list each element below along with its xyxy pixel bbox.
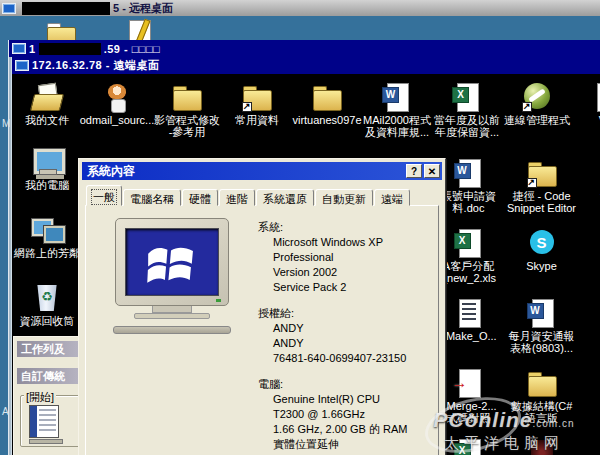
excel-icon	[452, 437, 486, 455]
desktop-icon-label: nMerge-2... 式碼對照	[440, 400, 496, 424]
desktop-icon[interactable]: 影管程式修改 -參考用	[152, 81, 222, 138]
folder-icon	[525, 367, 559, 399]
tab[interactable]: 電腦名稱	[123, 189, 181, 206]
rdp-window-1-title-suffix: .59 - □□□□	[104, 43, 161, 55]
desktop-icon-row: 我的文件 odmail_sourc... 影管程式修改 -參考用 常用資料 vi…	[12, 81, 600, 138]
network-icon	[30, 214, 64, 246]
registered-line: ANDY	[258, 336, 446, 351]
shortcut-arrow-icon	[527, 178, 537, 188]
power-led	[216, 299, 221, 302]
system-line: Professional	[258, 250, 446, 265]
desktop-icon-label: Skype	[526, 260, 557, 272]
dialog-titlebar[interactable]: 系統內容 ? ✕	[82, 162, 442, 180]
taskbar-dialog-titlebar[interactable]: 工作列及	[17, 341, 80, 357]
desktop-icon[interactable]: 每月資安通報 表格(9803)...	[505, 297, 578, 367]
tab[interactable]: 進階	[219, 189, 255, 206]
desktop-icon-label: 我的電腦	[25, 179, 69, 191]
censor-bar	[22, 2, 110, 15]
rdp-window-2-title: 172.16.32.78 - 遠端桌面	[32, 58, 160, 73]
keyboard-graphic	[113, 326, 231, 334]
folder-icon	[170, 81, 204, 113]
desktop-icon-grid: 帳號申請資 料.doc 捷徑 - Code Snippet Editor fil…	[432, 157, 600, 455]
excel-icon	[450, 81, 484, 113]
tab[interactable]: 硬體	[182, 189, 218, 206]
folder-icon	[310, 81, 344, 113]
desktop-icon[interactable]: 網路上的芳鄰	[12, 214, 82, 282]
desktop-icon[interactable]: 常用資料	[222, 81, 292, 138]
censor-bar	[39, 43, 101, 55]
computer-section-label: 電腦:	[258, 377, 446, 392]
registered-section-label: 授權給:	[258, 306, 446, 321]
close-button[interactable]: ✕	[424, 164, 440, 178]
rdp-window-2-titlebar[interactable]: 172.16.32.78 - 遠端桌面	[12, 57, 600, 74]
desktop-icon[interactable]: filefac _下	[578, 157, 600, 227]
desktop-icon[interactable]: 我的電腦	[12, 146, 82, 214]
desktop-icon[interactable]: 數據結構(C# 語言版	[505, 367, 578, 437]
anime-icon	[100, 81, 134, 113]
desktop-icon-label: 常用資料	[235, 114, 279, 126]
page-icon	[590, 81, 600, 113]
desktop-icon[interactable]: MAil2000程式 及資料庫規...	[362, 81, 432, 138]
computer-icon	[30, 146, 64, 178]
system-info: 系統: Microsoft Windows XP Professional Ve…	[258, 220, 446, 452]
system-line: Microsoft Windows XP	[258, 235, 446, 250]
registered-line: 76481-640-0699407-23150	[258, 351, 446, 366]
desktop-icon[interactable]: Skype	[505, 227, 578, 297]
desktop-icon-label: 每月資安通報 表格(9803)...	[509, 330, 575, 354]
desktop-icon-label: odmail_sourc...	[80, 114, 155, 126]
rdp-icon	[2, 3, 16, 14]
excel-icon	[452, 227, 486, 259]
desktop-icon[interactable]: odmail_sourc...	[82, 81, 152, 138]
shortcut-arrow-icon	[242, 102, 252, 112]
tab[interactable]: 一般	[86, 185, 122, 206]
desktop-icon-label: 當年度及以前 年度保留資...	[434, 114, 500, 138]
outer-rdp-title: 5 - 远程桌面	[113, 1, 173, 16]
recycle-icon	[30, 282, 64, 314]
desktop-icon[interactable]: Def	[578, 297, 600, 367]
desktop-icon-label: 數據結構(C# 語言版	[511, 400, 573, 424]
desktop-icon[interactable]: 新增	[578, 227, 600, 297]
icon-label-fragment: A	[2, 406, 9, 417]
desktop-icon-label: MAil2000程式 及資料庫規...	[363, 114, 431, 138]
tab-label: 硬體	[189, 193, 211, 205]
desktop-icon[interactable]: VM	[572, 81, 600, 138]
help-button[interactable]: ?	[406, 164, 422, 178]
rdp-icon	[12, 43, 26, 54]
desktop-icon[interactable]: virtuanes097e	[292, 81, 362, 138]
computer-line: 實體位置延伸	[258, 437, 446, 452]
system-section-label: 系統:	[258, 220, 446, 235]
desktop-icon-label: 帳號申請資 料.doc	[441, 190, 496, 214]
tab[interactable]: 遠端	[374, 189, 410, 206]
desktop-icon-column: 我的電腦 網路上的芳鄰 資源回收筒	[12, 146, 82, 350]
notepad-icon	[452, 297, 486, 329]
system-line: Version 2002	[258, 265, 446, 280]
globe-arrow-icon	[520, 81, 554, 113]
tab[interactable]: 自動更新	[315, 189, 373, 206]
desktop-icon-label: 我的文件	[25, 114, 69, 126]
desktop-icon[interactable]: 當年度及以前 年度保留資...	[432, 81, 502, 138]
outer-rdp-titlebar[interactable]: 5 - 远程桌面	[0, 0, 600, 16]
dialog-tabs: 一般 電腦名稱 硬體 進階 系統還原 自動更新	[86, 185, 411, 206]
tab-label: 遠端	[381, 193, 403, 205]
rdp-icon	[15, 60, 29, 71]
desktop-icon[interactable]: 連線管理程式	[502, 81, 572, 138]
word-icon	[452, 157, 486, 189]
windows-xp-monitor-graphic	[106, 218, 238, 334]
start-menu-preview-base	[29, 439, 63, 444]
start-menu-groupbox: [開始]	[20, 395, 80, 447]
desktop-icon-label: A客戶分配 _new_2.xls	[441, 260, 496, 284]
registered-line: ANDY	[258, 321, 446, 336]
tab-label: 進階	[226, 193, 248, 205]
desktop-icon[interactable]: Ham	[578, 367, 600, 437]
folder-open-icon	[30, 81, 64, 113]
folder-icon	[525, 157, 559, 189]
tab[interactable]: 系統還原	[256, 189, 314, 206]
desktop-icon[interactable]: 我的文件	[12, 81, 82, 138]
desktop-icon[interactable]	[505, 437, 578, 455]
customize-dialog-titlebar[interactable]: 自訂傳統	[17, 368, 80, 384]
desktop-icon[interactable]	[578, 437, 600, 455]
system-line: Service Pack 2	[258, 280, 446, 295]
desktop-icon[interactable]: 捷徑 - Code Snippet Editor	[505, 157, 578, 227]
rdp-window-1-titlebar[interactable]: 1 .59 - □□□□	[9, 40, 600, 57]
desktop-icon-label: 影管程式修改 -參考用	[154, 114, 220, 138]
